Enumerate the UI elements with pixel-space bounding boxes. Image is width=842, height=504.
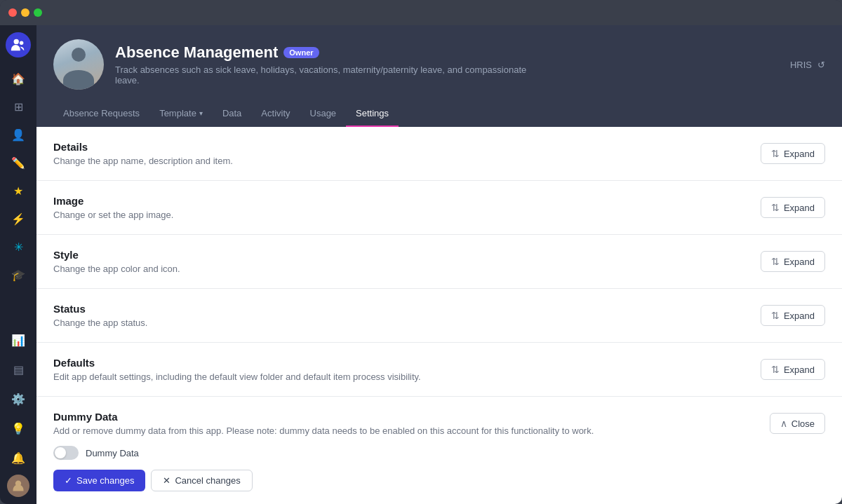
sidebar-item-star[interactable]: ★ — [6, 178, 31, 203]
section-defaults-left: Defaults Edit app default settings, incl… — [53, 357, 421, 382]
sidebar: 🏠 ⊞ 👤 ✏️ ★ ⚡ ✳ 🎓 📊 ▤ ⚙️ 💡 🔔 — [0, 25, 36, 504]
section-image-title: Image — [53, 195, 173, 207]
user-avatar[interactable] — [7, 475, 29, 497]
x-icon: ✕ — [163, 475, 171, 486]
sidebar-item-chart[interactable]: 📊 — [6, 327, 31, 353]
app-title-row: Absence Management Owner — [115, 43, 536, 62]
status-expand-button[interactable]: ⇅ Expand — [761, 305, 825, 326]
toggle-row: Dummy Data — [53, 446, 825, 460]
cancel-changes-button[interactable]: ✕ Cancel changes — [151, 470, 252, 491]
nav-right: HRIS ↺ — [790, 60, 825, 70]
sidebar-bottom: 📊 ▤ ⚙️ 💡 🔔 — [6, 327, 31, 497]
section-details-left: Details Change the app name, description… — [53, 141, 233, 166]
section-dummy-data-left: Dummy Data Add or remove dummy data from… — [53, 411, 594, 436]
dummy-data-toggle-label: Dummy Data — [86, 448, 139, 458]
main-content: Absence Management Owner Track absences … — [36, 25, 842, 504]
close-arrow-icon: ∧ — [780, 418, 787, 429]
expand-arrows-icon: ⇅ — [771, 310, 780, 321]
settings-inner: Details Change the app name, description… — [36, 127, 842, 504]
section-defaults-title: Defaults — [53, 357, 421, 369]
sidebar-item-bell[interactable]: 🔔 — [6, 445, 31, 470]
section-style: Style Change the app color and icon. ⇅ E… — [36, 235, 842, 289]
section-image-desc: Change or set the app image. — [53, 210, 173, 220]
details-expand-button[interactable]: ⇅ Expand — [761, 143, 825, 164]
app-window: 🏠 ⊞ 👤 ✏️ ★ ⚡ ✳ 🎓 📊 ▤ ⚙️ 💡 🔔 — [0, 0, 842, 504]
defaults-expand-button[interactable]: ⇅ Expand — [761, 359, 825, 380]
template-chevron-icon: ▾ — [199, 109, 203, 117]
sidebar-logo[interactable] — [6, 32, 31, 57]
hris-label: HRIS — [790, 60, 812, 70]
style-expand-button[interactable]: ⇅ Expand — [761, 251, 825, 272]
section-image-left: Image Change or set the app image. — [53, 195, 173, 220]
section-image-header: Image Change or set the app image. ⇅ Exp… — [53, 195, 825, 220]
app-title: Absence Management — [115, 43, 278, 62]
tab-absence-requests[interactable]: Absence Requests — [53, 101, 149, 127]
sidebar-item-bulb[interactable]: 💡 — [6, 416, 31, 441]
sidebar-item-people-alert[interactable]: 👤 — [6, 122, 31, 147]
section-details: Details Change the app name, description… — [36, 127, 842, 181]
traffic-lights — [8, 8, 42, 17]
app-description: Track absences such as sick leave, holid… — [115, 64, 536, 86]
sidebar-item-table[interactable]: ▤ — [6, 357, 31, 382]
section-style-title: Style — [53, 249, 180, 261]
section-dummy-data-header: Dummy Data Add or remove dummy data from… — [53, 411, 825, 436]
section-defaults-header: Defaults Edit app default settings, incl… — [53, 357, 825, 382]
expand-arrows-icon: ⇅ — [771, 364, 780, 375]
dummy-data-body: Dummy Data ✓ Save changes ✕ Cancel chang… — [53, 446, 825, 491]
maximize-button[interactable] — [34, 8, 42, 17]
section-defaults-desc: Edit app default settings, including the… — [53, 372, 421, 382]
section-status-left: Status Change the app status. — [53, 303, 147, 328]
section-dummy-data: Dummy Data Add or remove dummy data from… — [36, 397, 842, 504]
minimize-button[interactable] — [21, 8, 29, 17]
expand-arrows-icon: ⇅ — [771, 202, 780, 213]
image-expand-button[interactable]: ⇅ Expand — [761, 197, 825, 218]
section-status: Status Change the app status. ⇅ Expand — [36, 289, 842, 343]
checkmark-icon: ✓ — [65, 475, 72, 486]
section-details-title: Details — [53, 141, 233, 153]
app-header-top: Absence Management Owner Track absences … — [53, 39, 825, 90]
expand-arrows-icon: ⇅ — [771, 148, 780, 159]
sidebar-item-grid[interactable]: ⊞ — [6, 94, 31, 119]
section-details-desc: Change the app name, description and ite… — [53, 156, 233, 166]
section-dummy-data-desc: Add or remove dummy data from this app. … — [53, 425, 594, 436]
tab-usage[interactable]: Usage — [300, 101, 347, 127]
tab-template[interactable]: Template ▾ — [149, 101, 213, 127]
section-dummy-data-title: Dummy Data — [53, 411, 594, 423]
sidebar-item-bolt[interactable]: ⚡ — [6, 206, 31, 231]
tab-activity[interactable]: Activity — [251, 101, 300, 127]
sidebar-item-home[interactable]: 🏠 — [6, 66, 31, 91]
sidebar-item-asterisk[interactable]: ✳ — [6, 234, 31, 259]
toggle-knob — [55, 447, 66, 458]
dummy-data-toggle[interactable] — [53, 446, 79, 460]
section-status-title: Status — [53, 303, 147, 315]
save-changes-button[interactable]: ✓ Save changes — [53, 470, 145, 491]
section-style-desc: Change the app color and icon. — [53, 264, 180, 274]
dummy-data-close-button[interactable]: ∧ Close — [770, 413, 825, 434]
section-image: Image Change or set the app image. ⇅ Exp… — [36, 181, 842, 235]
section-status-header: Status Change the app status. ⇅ Expand — [53, 303, 825, 328]
section-style-left: Style Change the app color and icon. — [53, 249, 180, 274]
owner-badge: Owner — [283, 47, 319, 58]
titlebar — [0, 0, 842, 25]
sidebar-item-settings[interactable]: ⚙️ — [6, 386, 31, 411]
section-style-header: Style Change the app color and icon. ⇅ E… — [53, 249, 825, 274]
action-buttons: ✓ Save changes ✕ Cancel changes — [53, 470, 825, 491]
settings-content: Details Change the app name, description… — [36, 127, 842, 504]
sidebar-item-graduation[interactable]: 🎓 — [6, 262, 31, 287]
section-defaults: Defaults Edit app default settings, incl… — [36, 343, 842, 397]
app-title-area: Absence Management Owner Track absences … — [115, 43, 536, 86]
tab-data[interactable]: Data — [213, 101, 251, 127]
tab-settings[interactable]: Settings — [346, 101, 399, 127]
app-header: Absence Management Owner Track absences … — [36, 25, 842, 127]
section-status-desc: Change the app status. — [53, 318, 147, 328]
svg-point-1 — [20, 41, 24, 46]
section-details-header: Details Change the app name, description… — [53, 141, 825, 166]
nav-tabs: Absence Requests Template ▾ Data Activit… — [53, 101, 825, 127]
close-button[interactable] — [8, 8, 17, 17]
app-body: 🏠 ⊞ 👤 ✏️ ★ ⚡ ✳ 🎓 📊 ▤ ⚙️ 💡 🔔 — [0, 25, 842, 504]
expand-arrows-icon: ⇅ — [771, 256, 780, 267]
sidebar-item-edit[interactable]: ✏️ — [6, 150, 31, 175]
svg-point-0 — [14, 39, 19, 44]
app-icon — [53, 39, 104, 90]
refresh-icon[interactable]: ↺ — [817, 60, 825, 70]
